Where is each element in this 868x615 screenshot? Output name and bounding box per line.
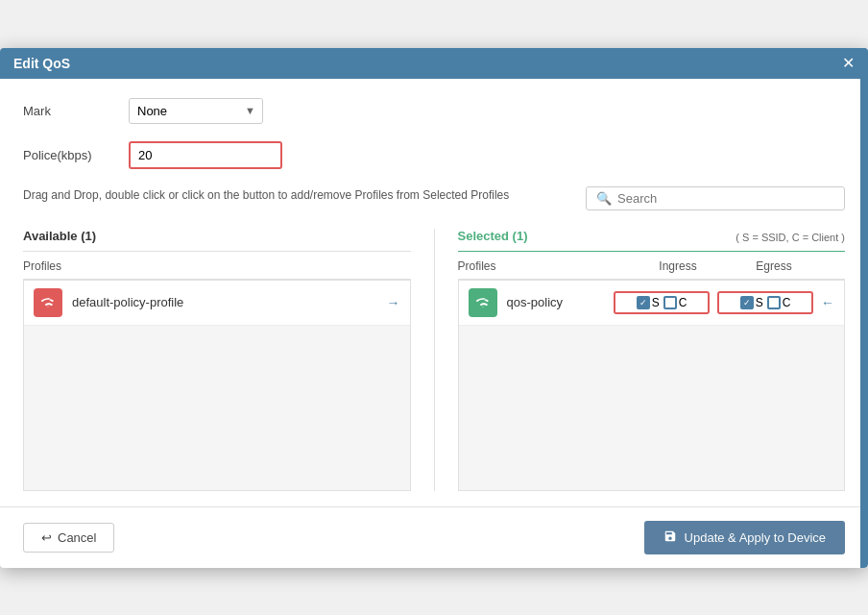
close-button[interactable]: ✕ [842, 56, 855, 71]
egress-c-label: C [783, 296, 791, 309]
apply-label: Update & Apply to Device [685, 530, 826, 545]
ingress-c-unchecked-icon[interactable] [663, 296, 677, 309]
scrollbar[interactable] [860, 48, 868, 568]
police-row: Police(kbps) [23, 141, 845, 169]
selected-col-header: Profiles Ingress Egress [458, 252, 846, 280]
cancel-button[interactable]: ↩ Cancel [23, 523, 114, 553]
ingress-s-checked-icon[interactable]: ✓ [637, 296, 650, 309]
selected-title: Selected (1) [458, 229, 528, 243]
mark-select[interactable]: None DSCP 802.1p [129, 98, 263, 124]
available-list: default-policy-profile → [23, 280, 411, 491]
hint-search-row: Drag and Drop, double click or click on … [23, 186, 845, 217]
cancel-icon: ↩ [41, 530, 52, 545]
ingress-s-checkbox-item[interactable]: ✓ S [637, 296, 660, 309]
modal-body: Mark None DSCP 802.1p ▼ Police(kbps) Dra… [0, 79, 868, 491]
available-col-header: Profiles [23, 252, 411, 280]
ingress-c-label: C [679, 296, 687, 309]
profile-icon-green [469, 288, 497, 317]
legend-text: ( S = SSID, C = Client ) [735, 232, 845, 243]
ingress-checkbox-group[interactable]: ✓ S C [614, 291, 710, 314]
modal-title: Edit QoS [13, 56, 70, 71]
selected-list: qos-policy ✓ S C [458, 280, 846, 491]
profile-icon-red [34, 288, 62, 317]
apply-button[interactable]: Update & Apply to Device [644, 521, 845, 554]
egress-c-checkbox-item[interactable]: C [767, 296, 791, 309]
available-title: Available (1) [23, 229, 411, 243]
available-col-profiles: Profiles [23, 259, 411, 273]
mark-select-wrapper: None DSCP 802.1p ▼ [129, 98, 263, 124]
search-wrapper: 🔍 [586, 186, 845, 210]
selected-profile-name: qos-policy [507, 295, 615, 309]
selected-panel: Selected (1) ( S = SSID, C = Client ) Pr… [435, 229, 869, 491]
egress-c-unchecked-icon[interactable] [767, 296, 781, 309]
selected-col-ingress: Ingress [630, 259, 726, 273]
profile-name: default-policy-profile [72, 295, 387, 309]
selected-col-profiles: Profiles [458, 259, 631, 273]
egress-s-checked-icon[interactable]: ✓ [740, 296, 754, 309]
selected-col-egress: Egress [726, 259, 822, 273]
search-icon: 🔍 [596, 191, 612, 206]
police-input[interactable] [129, 141, 282, 169]
mark-row: Mark None DSCP 802.1p ▼ [23, 98, 845, 124]
egress-checkbox-group[interactable]: ✓ S C [717, 291, 813, 314]
move-right-icon[interactable]: → [387, 295, 400, 310]
cancel-label: Cancel [58, 530, 96, 545]
modal-header: Edit QoS ✕ [0, 48, 868, 79]
ingress-c-checkbox-item[interactable]: C [663, 296, 687, 309]
list-item: qos-policy ✓ S C [459, 281, 845, 326]
apply-icon [663, 529, 677, 546]
search-input[interactable] [617, 191, 834, 206]
edit-qos-modal: Edit QoS ✕ Mark None DSCP 802.1p ▼ Polic… [0, 48, 868, 568]
available-panel: Available (1) Profiles default-policy-pr… [0, 229, 435, 491]
egress-s-checkbox-item[interactable]: ✓ S [740, 296, 763, 309]
modal-footer: ↩ Cancel Update & Apply to Device [0, 506, 868, 568]
police-label: Police(kbps) [23, 148, 129, 162]
egress-s-label: S [756, 296, 763, 309]
hint-text: Drag and Drop, double click or click on … [23, 186, 509, 204]
move-left-icon[interactable]: ← [821, 295, 834, 310]
mark-label: Mark [23, 104, 129, 118]
list-item[interactable]: default-policy-profile → [24, 281, 410, 326]
ingress-s-label: S [652, 296, 660, 309]
panels-row: Available (1) Profiles default-policy-pr… [0, 229, 868, 491]
